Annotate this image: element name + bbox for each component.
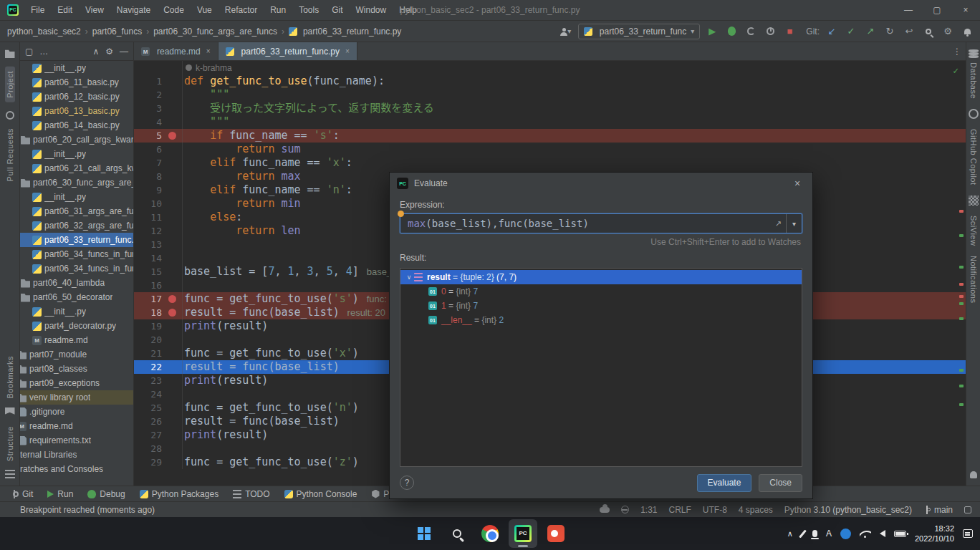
git-branch-widget[interactable]: main <box>923 505 953 515</box>
result-tree-row[interactable]: 011 = {int} 7 <box>400 299 802 313</box>
project-tree-item[interactable]: part4_decorator.py <box>20 319 133 333</box>
breadcrumb-item[interactable]: python_basic_sec2 <box>6 26 82 37</box>
project-tree-item[interactable]: ›part06_50_decorator <box>20 290 133 304</box>
result-tree-row[interactable]: 01__len__ = {int} 2 <box>400 313 802 327</box>
project-tree-item[interactable]: ›part08_classes <box>20 362 133 376</box>
onedrive-icon[interactable] <box>840 529 851 539</box>
evaluate-button[interactable]: Evaluate <box>697 474 752 492</box>
menu-view[interactable]: View <box>79 0 110 20</box>
gutter[interactable]: 10 <box>134 197 183 211</box>
gutter[interactable]: 2 <box>134 88 183 102</box>
maximize-button[interactable]: ▢ <box>923 0 951 20</box>
editor-tab[interactable]: part06_33_return_func.py× <box>218 42 357 60</box>
menu-code[interactable]: Code <box>157 0 191 20</box>
dialog-close-icon[interactable]: × <box>789 178 805 189</box>
chevron-down-icon[interactable]: ∨ <box>20 179 21 187</box>
close-icon[interactable]: × <box>206 47 211 55</box>
breakpoint-icon[interactable] <box>162 132 182 140</box>
microphone-icon[interactable] <box>812 530 817 537</box>
project-tree-item[interactable]: ›External Libraries <box>20 448 133 462</box>
dialog-title-bar[interactable]: PC Evaluate × <box>390 173 812 194</box>
gutter[interactable]: 13 <box>134 238 183 251</box>
gutter[interactable]: 9 <box>134 183 183 197</box>
menu-file[interactable]: File <box>24 0 51 20</box>
gutter[interactable]: 14 <box>134 251 183 265</box>
tool-button-database[interactable]: Database <box>969 62 978 99</box>
breadcrumb-item[interactable]: part06_funcs <box>91 26 143 37</box>
notifications-button[interactable] <box>960 24 974 39</box>
python-interpreter[interactable]: Python 3.10 (python_basic_sec2) <box>784 505 912 515</box>
database-icon[interactable] <box>969 49 979 52</box>
run-config-select[interactable]: part06_33_return_func ▾ <box>578 24 700 39</box>
chevron-down-icon[interactable]: ∨ <box>404 274 414 281</box>
menu-window[interactable]: Window <box>350 0 393 20</box>
expression-input[interactable]: max(base_list),func(base_list) ↗ ▾ <box>400 213 802 233</box>
volume-icon[interactable] <box>880 530 885 537</box>
breadcrumb-item[interactable]: part06_33_return_func.py <box>287 26 403 37</box>
toolwindow-button-debug[interactable]: Debug <box>87 489 125 499</box>
project-tree-item[interactable]: ›Scratches and Consoles <box>20 462 133 476</box>
menu-tools[interactable]: Tools <box>292 0 325 20</box>
notifications-bell-icon[interactable] <box>970 471 977 478</box>
result-tree-row[interactable]: 010 = {int} 7 <box>400 284 802 299</box>
gutter[interactable]: 19 <box>134 319 183 333</box>
project-tree-item[interactable]: ›part09_exceptions <box>20 376 133 390</box>
project-tree-item[interactable]: part06_31_args_are_funcs.py <box>20 204 133 218</box>
project-tree-item[interactable]: ›part06_40_lambda <box>20 276 133 290</box>
commit-button[interactable]: ✓ <box>844 24 858 39</box>
toolwindow-button-todo[interactable]: TODO <box>233 489 269 499</box>
toolwindow-button-python-console[interactable]: Python Console <box>284 489 357 499</box>
expression-history-dropdown-icon[interactable]: ▾ <box>786 214 802 233</box>
project-tree-item[interactable]: part06_11_basic.py <box>20 75 133 90</box>
project-tree-item[interactable]: part06_21_call_args_kwargs.py <box>20 161 133 175</box>
hide-panel-icon[interactable]: — <box>120 47 128 57</box>
code-line[interactable]: 2 """ <box>134 88 966 102</box>
project-tree-item[interactable]: part06_34_funcs_in_funcs.py <box>20 247 133 261</box>
collapse-all-icon[interactable]: ∧ <box>92 47 99 57</box>
help-button[interactable]: ? <box>400 476 414 490</box>
tool-button-bookmarks[interactable]: Bookmarks <box>6 356 14 399</box>
project-tree-item[interactable]: part06_33_return_func.py <box>20 233 133 247</box>
breakpoint-icon[interactable] <box>162 309 182 317</box>
chrome-app-button[interactable] <box>476 519 504 548</box>
code-line[interactable]: 7 elif func_name == 'x': <box>134 156 966 170</box>
gutter[interactable]: 7 <box>134 156 183 170</box>
tool-button-structure[interactable]: Structure <box>6 426 14 461</box>
pull-requests-icon[interactable] <box>6 111 14 120</box>
tab-options-icon[interactable]: ⋮ <box>948 42 966 60</box>
tool-button-pull-requests[interactable]: Pull Requests <box>6 128 14 181</box>
battery-icon[interactable] <box>894 531 906 537</box>
code-line[interactable]: 5 if func_name == 's': <box>134 129 966 143</box>
toolwindow-button-python-packages[interactable]: Python Packages <box>140 489 218 499</box>
project-tree-item[interactable]: ∨part06_30_func_args_are_funcs <box>20 175 133 190</box>
toolwindow-button-git[interactable]: Git <box>10 489 33 499</box>
tool-button-sciview[interactable]: SciView <box>969 216 978 246</box>
taskbar-search-button[interactable] <box>443 519 471 548</box>
project-tree-item[interactable]: .gitignore <box>20 405 133 419</box>
search-everywhere-button[interactable] <box>921 24 936 39</box>
project-tree-item[interactable]: part06_34_funcs_in_funcs.py <box>20 261 133 276</box>
gutter[interactable]: 25 <box>134 401 183 415</box>
account-button[interactable]: ▾ <box>559 24 573 39</box>
project-tool-icon[interactable] <box>5 48 15 58</box>
gutter[interactable]: 20 <box>134 333 183 347</box>
debug-button[interactable] <box>724 24 739 39</box>
editor-tab[interactable]: readme.md× <box>134 42 218 60</box>
menu-refactor[interactable]: Refactor <box>218 0 264 20</box>
gutter[interactable]: 22 <box>134 360 183 374</box>
expand-editor-icon[interactable]: ↗ <box>775 219 782 228</box>
chevron-down-icon[interactable]: ∨ <box>20 136 21 144</box>
code-line[interactable]: 4 """ <box>134 115 966 129</box>
gutter[interactable]: 4 <box>134 115 183 129</box>
gutter[interactable]: 8 <box>134 170 183 183</box>
globe-icon[interactable] <box>621 506 629 513</box>
gutter[interactable]: 17 <box>134 292 183 306</box>
gutter[interactable]: 5 <box>134 129 183 143</box>
code-line[interactable]: 1def get_func_to_use(func_name): <box>134 74 966 88</box>
menu-run[interactable]: Run <box>264 0 292 20</box>
project-tree-item[interactable]: part06_13_basic.py <box>20 104 133 118</box>
rollback-button[interactable]: ↩ <box>902 24 916 39</box>
gutter[interactable]: 11 <box>134 211 183 224</box>
ime-mode-indicator[interactable]: A <box>826 529 832 539</box>
gutter[interactable]: 12 <box>134 224 183 238</box>
